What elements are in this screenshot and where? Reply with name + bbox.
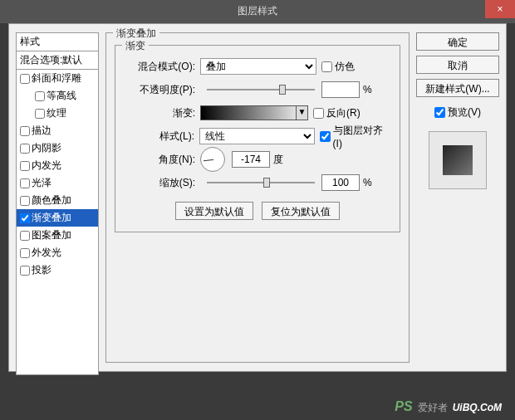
scale-input[interactable]: [321, 174, 360, 191]
align-checkbox[interactable]: [320, 131, 331, 142]
preview-label: 预览(V): [448, 105, 481, 120]
percent-unit: %: [363, 84, 372, 95]
style-item-label: 颜色叠加: [32, 193, 71, 208]
style-checkbox[interactable]: [20, 196, 30, 206]
align-label: 与图层对齐(I): [333, 124, 391, 149]
style-item-label: 渐变叠加: [32, 211, 71, 225]
gradient-overlay-panel: 渐变叠加 渐变 混合模式(O): 叠加 仿色 不透明度(P): % 渐变:: [105, 32, 410, 363]
scale-row: 缩放(S): %: [124, 173, 391, 192]
style-checkbox[interactable]: [20, 213, 30, 223]
style-checkbox[interactable]: [20, 231, 30, 241]
watermark-cn: 爱好者: [418, 401, 448, 415]
watermark-domain: UiBQ.CoM: [453, 402, 502, 413]
style-item-0[interactable]: 斜面和浮雕: [17, 70, 98, 87]
style-item-9[interactable]: 图案叠加: [17, 227, 98, 244]
gradient-swatch[interactable]: ▼: [200, 105, 308, 120]
style-item-4[interactable]: 内阴影: [17, 139, 98, 157]
new-style-button[interactable]: 新建样式(W)...: [416, 79, 499, 97]
style-item-label: 内发光: [32, 159, 61, 173]
angle-row: 角度(N): 度: [124, 150, 391, 168]
styles-header[interactable]: 样式: [16, 32, 99, 51]
style-item-label: 内阴影: [32, 141, 61, 155]
style-item-label: 光泽: [32, 176, 52, 190]
right-panel: 确定 取消 新建样式(W)... 预览(V): [416, 32, 499, 363]
style-checkbox[interactable]: [20, 74, 30, 84]
title-bar: 图层样式 ×: [0, 0, 515, 23]
dialog-body: 样式 混合选项:默认 斜面和浮雕等高线纹理描边内阴影内发光光泽颜色叠加渐变叠加图…: [8, 23, 507, 372]
opacity-row: 不透明度(P): %: [124, 81, 391, 99]
style-item-label: 等高线: [47, 89, 76, 103]
style-item-2[interactable]: 纹理: [17, 105, 98, 122]
angle-dial[interactable]: [200, 147, 225, 172]
style-checkbox[interactable]: [20, 266, 30, 276]
opacity-input[interactable]: [321, 81, 360, 98]
dialog-title: 图层样式: [238, 4, 277, 18]
ok-button[interactable]: 确定: [416, 32, 499, 51]
style-item-3[interactable]: 描边: [17, 122, 98, 139]
style-row: 样式(L): 线性 与图层对齐(I): [124, 127, 391, 145]
style-item-11[interactable]: 投影: [17, 261, 98, 279]
style-checkbox[interactable]: [20, 144, 30, 154]
angle-unit: 度: [273, 153, 283, 167]
style-item-label: 纹理: [47, 106, 66, 120]
close-button[interactable]: ×: [485, 0, 515, 18]
reverse-check[interactable]: 反向(R): [313, 106, 360, 120]
percent-unit: %: [363, 177, 372, 188]
preview-check[interactable]: 预览(V): [416, 105, 499, 120]
blend-mode-label: 混合模式(O):: [124, 60, 195, 74]
preview-box: [429, 131, 487, 189]
scale-slider[interactable]: [207, 178, 315, 187]
blend-options-row[interactable]: 混合选项:默认: [16, 51, 99, 70]
style-item-6[interactable]: 光泽: [17, 174, 98, 192]
dither-check[interactable]: 仿色: [321, 60, 355, 74]
style-item-5[interactable]: 内发光: [17, 157, 98, 174]
dither-checkbox[interactable]: [321, 61, 332, 72]
styles-panel: 样式 混合选项:默认 斜面和浮雕等高线纹理描边内阴影内发光光泽颜色叠加渐变叠加图…: [16, 32, 99, 363]
style-item-1[interactable]: 等高线: [17, 87, 98, 105]
make-default-button[interactable]: 设置为默认值: [175, 202, 253, 220]
preview-checkbox[interactable]: [434, 107, 445, 118]
style-item-label: 投影: [32, 263, 52, 277]
reverse-label: 反向(R): [326, 106, 360, 120]
dither-label: 仿色: [335, 60, 355, 74]
angle-label: 角度(N):: [124, 153, 195, 167]
style-checkbox[interactable]: [20, 161, 30, 171]
style-checkbox[interactable]: [20, 178, 30, 188]
style-item-label: 图案叠加: [32, 228, 71, 242]
blend-mode-row: 混合模式(O): 叠加 仿色: [124, 57, 391, 76]
style-checkbox[interactable]: [35, 91, 45, 101]
style-item-8[interactable]: 渐变叠加: [17, 209, 98, 227]
reverse-checkbox[interactable]: [313, 108, 324, 119]
close-icon: ×: [497, 3, 503, 15]
reset-default-button[interactable]: 复位为默认值: [262, 202, 340, 220]
style-item-7[interactable]: 颜色叠加: [17, 192, 98, 209]
blend-mode-select[interactable]: 叠加: [200, 58, 316, 75]
opacity-label: 不透明度(P):: [124, 83, 195, 97]
align-check[interactable]: 与图层对齐(I): [320, 124, 391, 149]
style-list: 斜面和浮雕等高线纹理描边内阴影内发光光泽颜色叠加渐变叠加图案叠加外发光投影: [16, 70, 99, 375]
default-buttons-row: 设置为默认值 复位为默认值: [124, 202, 391, 220]
watermark-ps: PS: [395, 399, 412, 414]
cancel-button[interactable]: 取消: [416, 56, 499, 74]
watermark: PS 爱好者 UiBQ.CoM: [395, 399, 502, 415]
scale-label: 缩放(S):: [124, 176, 195, 190]
style-label: 样式(L):: [124, 129, 194, 144]
preview-swatch: [443, 145, 473, 175]
style-checkbox[interactable]: [20, 126, 30, 136]
style-item-label: 外发光: [32, 246, 61, 260]
style-checkbox[interactable]: [20, 248, 30, 258]
gradient-label: 渐变:: [124, 106, 195, 120]
gradient-group: 渐变 混合模式(O): 叠加 仿色 不透明度(P): % 渐变: ▼: [115, 45, 400, 232]
opacity-slider[interactable]: [207, 85, 315, 94]
style-item-label: 斜面和浮雕: [32, 71, 81, 85]
chevron-down-icon[interactable]: ▼: [296, 106, 307, 120]
style-item-10[interactable]: 外发光: [17, 244, 98, 261]
style-item-label: 描边: [32, 124, 52, 138]
gradient-row: 渐变: ▼ 反向(R): [124, 104, 391, 122]
angle-input[interactable]: [232, 151, 270, 168]
style-select[interactable]: 线性: [199, 128, 315, 144]
style-checkbox[interactable]: [35, 109, 45, 119]
inner-group-title: 渐变: [122, 39, 149, 53]
